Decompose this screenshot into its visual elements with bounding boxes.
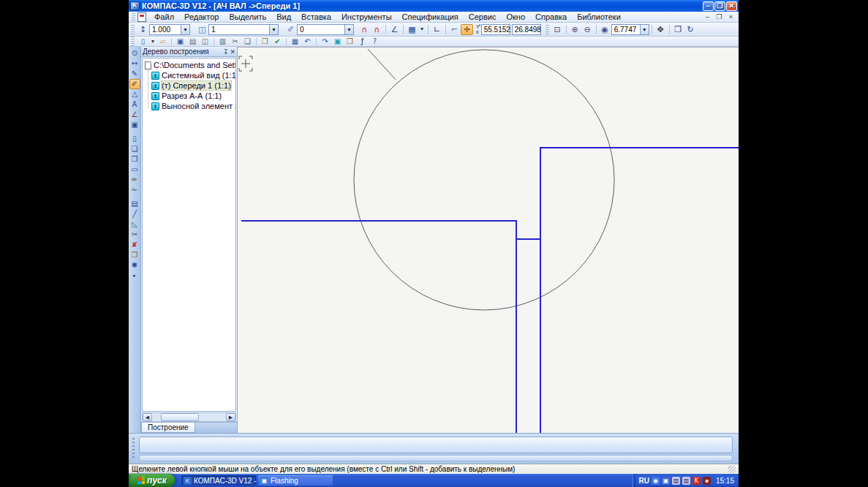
resize-grip[interactable] xyxy=(728,466,736,473)
combo-value-field[interactable]: 1.000 xyxy=(149,24,181,35)
zoom-area-icon[interactable]: ⊡ xyxy=(551,24,564,35)
menubar-grip[interactable] xyxy=(132,13,135,21)
menu-item[interactable]: Файл xyxy=(149,12,179,22)
menu-item[interactable]: Справка xyxy=(530,12,572,22)
display-tray-icon-1[interactable]: ▥ xyxy=(672,477,680,485)
check-document-icon[interactable]: ✔ xyxy=(271,37,284,46)
current-style-icon[interactable]: ✐ xyxy=(284,24,297,35)
print-setup-icon[interactable]: ▥ xyxy=(216,37,229,46)
paste-icon[interactable]: ❒ xyxy=(259,37,271,46)
pan-icon[interactable]: ✥ xyxy=(654,24,667,35)
toolbar-grip[interactable] xyxy=(131,37,135,46)
language-indicator[interactable]: RU xyxy=(639,477,649,485)
scroll-left-icon[interactable]: ◀ xyxy=(143,413,152,421)
undo-icon[interactable]: ↶ xyxy=(301,37,314,46)
step-contour-left[interactable] xyxy=(241,221,516,434)
copy-object-icon[interactable]: ❒ xyxy=(129,250,140,260)
delete-object-icon[interactable]: ✘ xyxy=(129,240,140,250)
current-layer-icon[interactable]: ◫ xyxy=(196,24,208,35)
save-icon[interactable]: ▣ xyxy=(174,37,186,46)
menu-item[interactable]: Библиотеки xyxy=(572,12,626,22)
drawing-canvas[interactable] xyxy=(238,47,739,433)
library-gear-icon[interactable]: ✱ xyxy=(129,260,140,271)
pin-icon[interactable]: ↧ xyxy=(223,48,229,56)
magnet-angle-snap-icon[interactable]: ∩ xyxy=(371,24,383,35)
plot-icon[interactable]: ▤ xyxy=(129,199,140,209)
doc-minimize-button[interactable]: – xyxy=(703,13,712,20)
menu-item[interactable]: Вид xyxy=(271,12,296,22)
menu-item[interactable]: Редактор xyxy=(179,12,224,22)
text-tool-icon[interactable]: A xyxy=(129,99,140,110)
zoom-in-icon[interactable]: ⊕ xyxy=(569,24,581,35)
new-document-icon[interactable]: ▯ xyxy=(137,37,149,46)
display-tray-icon-2[interactable]: ▥ xyxy=(682,477,690,485)
geometry-tool-icon[interactable]: ⊙ xyxy=(129,48,140,58)
panel-expander-icon[interactable]: ▸ xyxy=(133,273,136,279)
grid-icon[interactable]: ▦ xyxy=(406,24,418,35)
kaspersky-icon[interactable]: K xyxy=(692,477,701,485)
document-scale-icon[interactable]: ↕ xyxy=(137,24,149,35)
diagonal-line[interactable] xyxy=(368,49,396,80)
sketch-icon[interactable]: ✏ xyxy=(129,175,140,185)
tree-view-item[interactable]: t Разрез А-А (1:1) xyxy=(149,91,235,101)
selection-tool-icon[interactable]: ▣ xyxy=(129,120,140,130)
messenger-tray-icon[interactable]: ▣ xyxy=(662,477,670,485)
local-csys-icon[interactable]: ∟ xyxy=(431,24,443,35)
taskbar-button[interactable]: K КОМПАС-3D V12 - [А... xyxy=(181,475,256,486)
view-window-icon[interactable]: ❏ xyxy=(129,144,140,154)
menu-item[interactable]: Выделить xyxy=(224,12,271,22)
measure-tool-icon[interactable]: ∠ xyxy=(129,110,140,120)
doc-close-button[interactable]: × xyxy=(726,13,736,20)
library-manager-icon[interactable]: ❐ xyxy=(344,37,356,46)
chevron-down-icon[interactable]: ▼ xyxy=(181,24,190,35)
toolbar-grip[interactable] xyxy=(131,25,135,34)
line-style-icon[interactable]: ╱ xyxy=(129,209,140,219)
restore-button[interactable]: ❐ xyxy=(714,1,725,11)
zoom-scale-icon[interactable]: ◉ xyxy=(599,24,611,35)
new-dropdown-icon[interactable]: ▾ xyxy=(149,37,156,46)
doc-restore-button[interactable]: ❐ xyxy=(714,13,724,20)
chevron-down-icon[interactable]: ▼ xyxy=(641,24,649,35)
magnet-snap-icon[interactable]: ∩ xyxy=(358,24,371,35)
frame-icon[interactable]: ▭ xyxy=(129,165,140,175)
combo-value-field[interactable]: 1 xyxy=(208,24,270,35)
cursor-cross[interactable] xyxy=(239,56,252,71)
print-icon[interactable]: ▤ xyxy=(186,37,199,46)
zoom-out-icon[interactable]: ⊖ xyxy=(581,24,594,35)
propbar-grip[interactable] xyxy=(132,438,135,459)
dimensions-tool-icon[interactable]: ↔ xyxy=(129,58,140,69)
close-button[interactable]: ✕ xyxy=(726,1,737,11)
property-message-field[interactable] xyxy=(139,437,733,453)
menu-item[interactable]: Окно xyxy=(501,12,530,22)
start-button[interactable]: пуск xyxy=(129,474,176,487)
grid-dropdown-icon[interactable]: ▾ xyxy=(418,24,426,35)
variables-icon[interactable]: ▣ xyxy=(331,37,344,46)
menu-item[interactable]: Инструменты xyxy=(336,12,397,22)
fx-icon[interactable]: ƒ xyxy=(356,37,369,46)
close-icon[interactable]: ✕ xyxy=(230,48,235,56)
menu-item[interactable]: Спецификация xyxy=(397,12,464,22)
parameterization-tool-icon[interactable]: △ xyxy=(129,89,140,99)
scroll-right-icon[interactable]: ▶ xyxy=(226,413,235,421)
menu-item[interactable]: Вставка xyxy=(296,12,336,22)
open-icon[interactable]: ▱ xyxy=(156,37,169,46)
document-tool-icon[interactable]: ▯ xyxy=(129,134,140,144)
redo-icon[interactable]: ↷ xyxy=(319,37,331,46)
editing-tool-icon[interactable]: ✐ xyxy=(129,79,140,89)
rebuild-icon[interactable]: ↻ xyxy=(684,24,697,35)
tree-view-item[interactable]: t Выносной элемент 3 (4:1) xyxy=(149,101,235,111)
windows-icon[interactable]: ❐ xyxy=(129,154,140,165)
clip-icon[interactable]: ✁ xyxy=(129,185,140,195)
trim-icon[interactable]: ✂ xyxy=(129,230,140,240)
chevron-down-icon[interactable]: ▼ xyxy=(270,24,279,35)
scrollbar-thumb[interactable] xyxy=(161,413,199,421)
designations-tool-icon[interactable]: ✎ xyxy=(129,69,140,79)
tab-construction[interactable]: Построение xyxy=(141,423,195,433)
preview-icon[interactable]: ◫ xyxy=(199,37,211,46)
red-tray-icon[interactable]: ▪ xyxy=(703,477,711,485)
tree-horizontal-scrollbar[interactable]: ◀ ▶ xyxy=(142,412,236,422)
toolbar-grip[interactable] xyxy=(546,25,549,34)
coordinate-x-field[interactable]: 55.5152 xyxy=(481,24,510,35)
taskbar-button[interactable]: ▣ Flashing xyxy=(258,475,333,486)
context-help-icon[interactable]: ? xyxy=(369,37,381,46)
